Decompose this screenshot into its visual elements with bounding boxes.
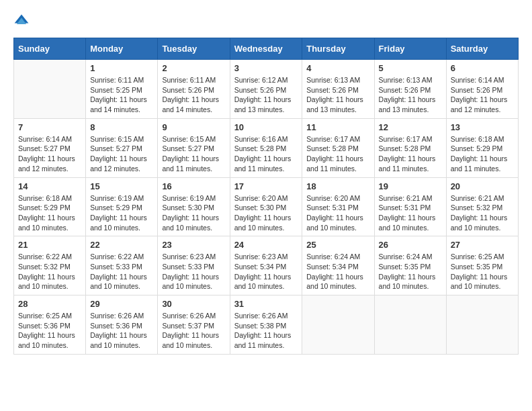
calendar-cell: 10Sunrise: 6:16 AM Sunset: 5:28 PM Dayli… <box>230 118 302 177</box>
calendar-cell: 4Sunrise: 6:13 AM Sunset: 5:26 PM Daylig… <box>302 60 374 119</box>
weekday-header: Monday <box>86 38 158 60</box>
cell-info: Sunrise: 6:18 AM Sunset: 5:29 PM Dayligh… <box>451 134 514 174</box>
day-number: 4 <box>306 63 369 73</box>
calendar-cell: 30Sunrise: 6:26 AM Sunset: 5:37 PM Dayli… <box>158 295 230 355</box>
day-number: 11 <box>306 122 369 132</box>
calendar-cell: 31Sunrise: 6:26 AM Sunset: 5:38 PM Dayli… <box>230 295 302 355</box>
weekday-header: Friday <box>374 38 446 60</box>
day-number: 17 <box>234 181 298 191</box>
cell-info: Sunrise: 6:20 AM Sunset: 5:30 PM Dayligh… <box>234 193 298 233</box>
cell-info: Sunrise: 6:22 AM Sunset: 5:32 PM Dayligh… <box>18 252 81 291</box>
calendar-cell: 6Sunrise: 6:14 AM Sunset: 5:26 PM Daylig… <box>446 60 518 119</box>
calendar-cell <box>374 295 446 355</box>
calendar-cell: 25Sunrise: 6:24 AM Sunset: 5:34 PM Dayli… <box>302 236 374 295</box>
cell-info: Sunrise: 6:26 AM Sunset: 5:36 PM Dayligh… <box>90 311 153 351</box>
cell-info: Sunrise: 6:25 AM Sunset: 5:35 PM Dayligh… <box>451 252 514 291</box>
cell-info: Sunrise: 6:17 AM Sunset: 5:28 PM Dayligh… <box>306 134 369 174</box>
cell-info: Sunrise: 6:18 AM Sunset: 5:29 PM Dayligh… <box>18 193 81 233</box>
cell-info: Sunrise: 6:12 AM Sunset: 5:26 PM Dayligh… <box>234 75 298 115</box>
cell-info: Sunrise: 6:19 AM Sunset: 5:30 PM Dayligh… <box>162 193 225 233</box>
weekday-header: Saturday <box>446 38 518 60</box>
cell-info: Sunrise: 6:26 AM Sunset: 5:38 PM Dayligh… <box>234 311 298 351</box>
day-number: 30 <box>162 299 225 309</box>
calendar-cell: 11Sunrise: 6:17 AM Sunset: 5:28 PM Dayli… <box>302 118 374 177</box>
calendar-cell: 21Sunrise: 6:22 AM Sunset: 5:32 PM Dayli… <box>14 236 86 295</box>
cell-info: Sunrise: 6:15 AM Sunset: 5:27 PM Dayligh… <box>90 134 153 174</box>
day-number: 8 <box>90 122 153 132</box>
day-number: 7 <box>18 122 81 132</box>
cell-info: Sunrise: 6:21 AM Sunset: 5:31 PM Dayligh… <box>379 193 442 233</box>
day-number: 2 <box>162 63 225 73</box>
calendar-cell: 24Sunrise: 6:23 AM Sunset: 5:34 PM Dayli… <box>230 236 302 295</box>
cell-info: Sunrise: 6:15 AM Sunset: 5:27 PM Dayligh… <box>162 134 225 174</box>
day-number: 19 <box>379 181 442 191</box>
day-number: 22 <box>90 240 153 250</box>
weekday-header: Wednesday <box>230 38 302 60</box>
cell-info: Sunrise: 6:13 AM Sunset: 5:26 PM Dayligh… <box>306 75 369 115</box>
calendar-week-row: 14Sunrise: 6:18 AM Sunset: 5:29 PM Dayli… <box>14 177 519 236</box>
calendar-week-row: 1Sunrise: 6:11 AM Sunset: 5:25 PM Daylig… <box>14 60 519 119</box>
logo <box>13 13 32 27</box>
day-number: 27 <box>451 240 514 250</box>
cell-info: Sunrise: 6:16 AM Sunset: 5:28 PM Dayligh… <box>234 134 298 174</box>
day-number: 10 <box>234 122 298 132</box>
day-number: 6 <box>451 63 514 73</box>
cell-info: Sunrise: 6:24 AM Sunset: 5:35 PM Dayligh… <box>379 252 442 291</box>
day-number: 16 <box>162 181 225 191</box>
cell-info: Sunrise: 6:25 AM Sunset: 5:36 PM Dayligh… <box>18 311 81 351</box>
calendar-cell: 3Sunrise: 6:12 AM Sunset: 5:26 PM Daylig… <box>230 60 302 119</box>
day-number: 15 <box>90 181 153 191</box>
calendar-cell: 15Sunrise: 6:19 AM Sunset: 5:29 PM Dayli… <box>86 177 158 236</box>
cell-info: Sunrise: 6:11 AM Sunset: 5:26 PM Dayligh… <box>162 75 225 115</box>
day-number: 1 <box>90 63 153 73</box>
cell-info: Sunrise: 6:24 AM Sunset: 5:34 PM Dayligh… <box>306 252 369 291</box>
calendar-cell <box>446 295 518 355</box>
calendar-cell: 5Sunrise: 6:13 AM Sunset: 5:26 PM Daylig… <box>374 60 446 119</box>
calendar-cell: 16Sunrise: 6:19 AM Sunset: 5:30 PM Dayli… <box>158 177 230 236</box>
calendar-cell: 12Sunrise: 6:17 AM Sunset: 5:28 PM Dayli… <box>374 118 446 177</box>
cell-info: Sunrise: 6:21 AM Sunset: 5:32 PM Dayligh… <box>451 193 514 233</box>
cell-info: Sunrise: 6:11 AM Sunset: 5:25 PM Dayligh… <box>90 75 153 115</box>
calendar-cell: 13Sunrise: 6:18 AM Sunset: 5:29 PM Dayli… <box>446 118 518 177</box>
calendar-cell: 1Sunrise: 6:11 AM Sunset: 5:25 PM Daylig… <box>86 60 158 119</box>
calendar-cell: 19Sunrise: 6:21 AM Sunset: 5:31 PM Dayli… <box>374 177 446 236</box>
cell-info: Sunrise: 6:20 AM Sunset: 5:31 PM Dayligh… <box>306 193 369 233</box>
day-number: 14 <box>18 181 81 191</box>
day-number: 24 <box>234 240 298 250</box>
day-number: 31 <box>234 299 298 309</box>
cell-info: Sunrise: 6:19 AM Sunset: 5:29 PM Dayligh… <box>90 193 153 233</box>
day-number: 21 <box>18 240 81 250</box>
cell-info: Sunrise: 6:23 AM Sunset: 5:33 PM Dayligh… <box>162 252 225 291</box>
calendar-week-row: 7Sunrise: 6:14 AM Sunset: 5:27 PM Daylig… <box>14 118 519 177</box>
day-number: 18 <box>306 181 369 191</box>
weekday-header: Sunday <box>14 38 86 60</box>
header <box>13 13 519 27</box>
day-number: 20 <box>451 181 514 191</box>
calendar-cell: 26Sunrise: 6:24 AM Sunset: 5:35 PM Dayli… <box>374 236 446 295</box>
day-number: 12 <box>379 122 442 132</box>
weekday-header: Thursday <box>302 38 374 60</box>
day-number: 13 <box>451 122 514 132</box>
calendar-cell: 2Sunrise: 6:11 AM Sunset: 5:26 PM Daylig… <box>158 60 230 119</box>
day-number: 26 <box>379 240 442 250</box>
calendar-week-row: 28Sunrise: 6:25 AM Sunset: 5:36 PM Dayli… <box>14 295 519 355</box>
calendar-cell: 7Sunrise: 6:14 AM Sunset: 5:27 PM Daylig… <box>14 118 86 177</box>
calendar-cell <box>302 295 374 355</box>
calendar-cell: 9Sunrise: 6:15 AM Sunset: 5:27 PM Daylig… <box>158 118 230 177</box>
day-number: 3 <box>234 63 298 73</box>
calendar-cell: 14Sunrise: 6:18 AM Sunset: 5:29 PM Dayli… <box>14 177 86 236</box>
calendar-cell: 17Sunrise: 6:20 AM Sunset: 5:30 PM Dayli… <box>230 177 302 236</box>
calendar-cell: 8Sunrise: 6:15 AM Sunset: 5:27 PM Daylig… <box>86 118 158 177</box>
cell-info: Sunrise: 6:14 AM Sunset: 5:27 PM Dayligh… <box>18 134 81 174</box>
logo-icon <box>13 13 30 27</box>
cell-info: Sunrise: 6:22 AM Sunset: 5:33 PM Dayligh… <box>90 252 153 291</box>
calendar-cell: 23Sunrise: 6:23 AM Sunset: 5:33 PM Dayli… <box>158 236 230 295</box>
calendar-cell: 28Sunrise: 6:25 AM Sunset: 5:36 PM Dayli… <box>14 295 86 355</box>
day-number: 29 <box>90 299 153 309</box>
day-number: 23 <box>162 240 225 250</box>
calendar-cell: 27Sunrise: 6:25 AM Sunset: 5:35 PM Dayli… <box>446 236 518 295</box>
day-number: 5 <box>379 63 442 73</box>
day-number: 25 <box>306 240 369 250</box>
day-number: 28 <box>18 299 81 309</box>
cell-info: Sunrise: 6:26 AM Sunset: 5:37 PM Dayligh… <box>162 311 225 351</box>
